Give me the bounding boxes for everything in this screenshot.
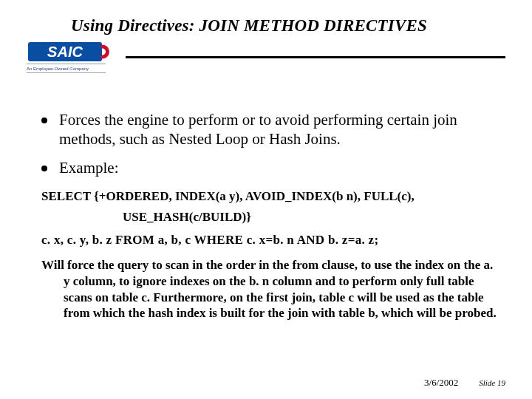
svg-rect-2 bbox=[27, 72, 106, 73]
header-row: SAIC An Employee-Owned Company bbox=[27, 40, 505, 74]
svg-rect-1 bbox=[27, 64, 106, 64]
footer-slide-number: Slide 19 bbox=[479, 378, 505, 387]
bullet-item: Example: bbox=[41, 159, 505, 178]
slide-footer: 3/6/2002 Slide 19 bbox=[424, 377, 505, 389]
logo-text: SAIC bbox=[47, 44, 83, 60]
explanation-text: Will force the query to scan in the orde… bbox=[41, 257, 501, 321]
slide-title: Using Directives: JOIN METHOD DIRECTIVES bbox=[71, 16, 505, 35]
code-line: USE_HASH(c/BUILD)} bbox=[123, 209, 505, 225]
code-line: SELECT {+ORDERED, INDEX(a y), AVOID_INDE… bbox=[41, 188, 505, 205]
footer-date: 3/6/2002 bbox=[424, 377, 458, 389]
bullet-item: Forces the engine to perform or to avoid… bbox=[41, 111, 505, 149]
company-logo: SAIC An Employee-Owned Company bbox=[27, 40, 115, 74]
slide-body: SELECT {+ORDERED, INDEX(a y), AVOID_INDE… bbox=[41, 188, 505, 321]
horizontal-rule bbox=[126, 56, 505, 58]
code-line: c. x, c. y, b. z FROM a, b, c WHERE c. x… bbox=[41, 232, 505, 248]
slide: Using Directives: JOIN METHOD DIRECTIVES… bbox=[0, 0, 532, 399]
bullet-list: Forces the engine to perform or to avoid… bbox=[41, 111, 505, 178]
explanation-paragraph: Will force the query to scan in the orde… bbox=[41, 257, 501, 321]
logo-tagline: An Employee-Owned Company bbox=[27, 66, 89, 71]
